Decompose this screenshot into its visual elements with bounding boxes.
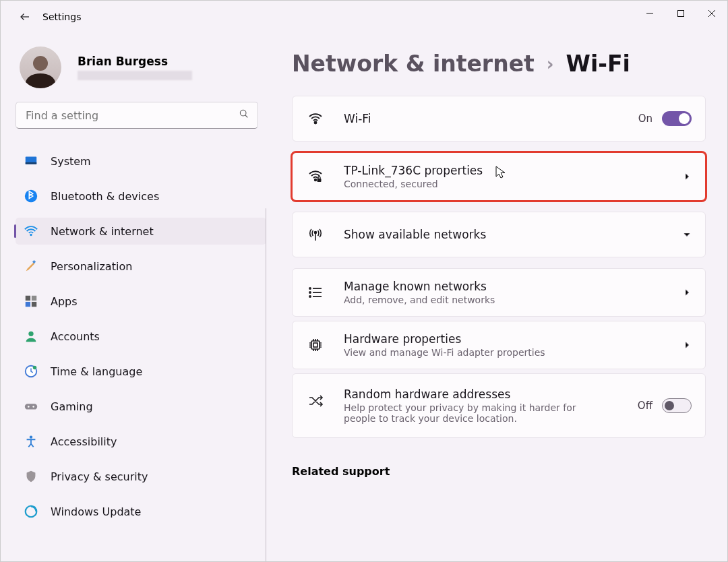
sidebar-item-label: Accounts — [51, 330, 100, 343]
card-subtitle: Connected, secured — [344, 179, 593, 189]
person-icon — [24, 329, 38, 344]
sidebar-item-personalization[interactable]: Personalization — [16, 253, 266, 280]
card-title: Manage known networks — [344, 280, 682, 293]
svg-point-17 — [30, 435, 32, 438]
svg-rect-6 — [32, 260, 36, 263]
chevron-right-icon — [682, 172, 692, 181]
search-box[interactable] — [16, 102, 258, 129]
main-content: Network & internet › Wi-Fi Wi-Fi On — [277, 33, 727, 561]
sidebar-item-label: Privacy & security — [51, 470, 148, 483]
sidebar-item-label: Accessibility — [51, 435, 117, 448]
card-hardware-props[interactable]: Hardware properties View and manage Wi-F… — [292, 321, 706, 369]
search-icon — [239, 108, 249, 122]
related-support-heading: Related support — [292, 465, 706, 478]
chevron-down-icon — [682, 230, 692, 239]
svg-rect-3 — [26, 162, 37, 164]
search-input[interactable] — [26, 109, 231, 122]
sidebar-item-gaming[interactable]: Gaming — [16, 393, 266, 420]
svg-rect-8 — [32, 296, 36, 301]
wifi-signal-icon — [306, 109, 325, 128]
window-controls — [634, 1, 727, 26]
sidebar-item-time[interactable]: Time & language — [16, 358, 266, 385]
svg-point-5 — [30, 234, 32, 236]
maximize-button[interactable] — [665, 1, 696, 26]
sidebar-item-accounts[interactable]: Accounts — [16, 323, 266, 350]
card-random-hw[interactable]: Random hardware addresses Help protect y… — [292, 373, 706, 438]
svg-point-25 — [309, 296, 311, 297]
sidebar-item-privacy[interactable]: Privacy & security — [16, 463, 266, 490]
sidebar-item-label: Personalization — [51, 260, 132, 273]
wifi-icon — [24, 224, 38, 239]
svg-point-24 — [309, 292, 311, 293]
scrollbar[interactable] — [266, 208, 267, 561]
breadcrumb: Network & internet › Wi-Fi — [292, 51, 706, 77]
svg-point-13 — [33, 366, 37, 370]
svg-rect-21 — [317, 179, 322, 182]
sidebar-item-accessibility[interactable]: Accessibility — [16, 428, 266, 455]
page-title: Wi-Fi — [566, 51, 630, 77]
shuffle-icon — [306, 392, 325, 410]
svg-point-23 — [309, 288, 311, 289]
toggle-label: On — [638, 113, 653, 125]
svg-point-11 — [28, 332, 33, 336]
accessibility-icon — [24, 434, 38, 449]
antenna-icon — [306, 225, 325, 244]
shield-icon — [24, 469, 38, 484]
svg-rect-9 — [26, 302, 30, 307]
bluetooth-icon — [24, 189, 38, 204]
sidebar-item-label: Network & internet — [51, 225, 154, 238]
chevron-right-icon — [682, 340, 692, 350]
card-title: Random hardware addresses — [344, 387, 638, 401]
close-button[interactable] — [696, 1, 727, 26]
card-wifi-toggle[interactable]: Wi-Fi On — [292, 96, 706, 142]
window-title: Settings — [42, 11, 81, 22]
sidebar-item-label: System — [51, 155, 91, 168]
card-subtitle: View and manage Wi-Fi adapter properties — [344, 347, 593, 358]
back-button[interactable] — [11, 3, 38, 30]
svg-rect-27 — [313, 343, 317, 347]
svg-point-16 — [32, 406, 34, 408]
display-icon — [24, 154, 38, 168]
card-network-properties[interactable]: TP-Link_736C properties Connected, secur… — [292, 152, 706, 201]
toggle-label: Off — [638, 400, 653, 412]
nav-list: System Bluetooth & devices Network & int… — [16, 148, 266, 525]
card-manage-known[interactable]: Manage known networks Add, remove, and e… — [292, 268, 706, 317]
svg-rect-10 — [32, 302, 36, 307]
card-show-available[interactable]: Show available networks — [292, 212, 706, 257]
sidebar-item-network[interactable]: Network & internet — [16, 218, 266, 245]
wifi-lock-icon — [306, 167, 325, 186]
sidebar-item-system[interactable]: System — [16, 148, 266, 175]
sidebar: Brian Burgess System Bluetooth & devi — [1, 33, 277, 561]
user-row[interactable]: Brian Burgess — [20, 46, 266, 88]
svg-point-1 — [240, 110, 246, 116]
svg-rect-7 — [26, 296, 30, 301]
chip-icon — [306, 336, 325, 354]
sidebar-item-apps[interactable]: Apps — [16, 288, 266, 315]
arrow-left-icon — [19, 11, 31, 23]
svg-point-20 — [315, 179, 317, 181]
cards: Wi-Fi On TP-Link_736C properties Connect… — [292, 96, 706, 438]
chevron-right-icon: › — [547, 54, 554, 74]
sidebar-item-label: Apps — [51, 295, 78, 308]
sidebar-item-bluetooth[interactable]: Bluetooth & devices — [16, 183, 266, 210]
user-email-redacted — [78, 71, 192, 80]
wifi-toggle[interactable] — [662, 111, 692, 126]
close-icon — [708, 9, 716, 18]
maximize-icon — [677, 9, 685, 18]
card-title: Hardware properties — [344, 332, 682, 346]
random-hw-toggle[interactable] — [662, 398, 692, 413]
update-icon — [24, 504, 38, 519]
svg-rect-14 — [25, 404, 37, 409]
svg-point-19 — [315, 122, 317, 124]
svg-rect-0 — [678, 11, 684, 17]
user-name: Brian Burgess — [78, 55, 192, 68]
card-subtitle: Add, remove, and edit networks — [344, 294, 593, 305]
breadcrumb-parent[interactable]: Network & internet — [292, 51, 535, 77]
svg-point-15 — [28, 406, 30, 408]
minimize-button[interactable] — [634, 1, 665, 26]
card-subtitle: Help protect your privacy by making it h… — [344, 402, 593, 424]
apps-icon — [24, 294, 38, 309]
sidebar-item-update[interactable]: Windows Update — [16, 498, 266, 525]
svg-point-22 — [315, 232, 317, 234]
list-icon — [306, 283, 325, 302]
